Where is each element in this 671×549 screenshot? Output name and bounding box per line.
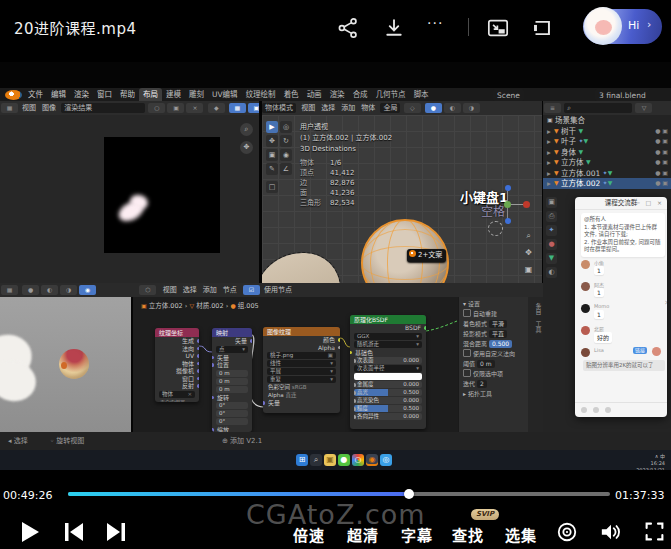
pip-button[interactable] xyxy=(487,17,509,39)
image-name-field[interactable]: 渲染结果 xyxy=(61,103,145,113)
fullscreen-button[interactable] xyxy=(644,521,665,542)
tool-scale[interactable]: ▣ xyxy=(266,149,278,161)
image-picker[interactable]: 桃子.png▣ xyxy=(267,352,336,359)
tool-cursor[interactable]: ◎ xyxy=(280,121,292,133)
pan-gizmo-icon[interactable]: ✥ xyxy=(240,141,253,154)
eye-icon[interactable]: ● ▣ xyxy=(655,168,668,179)
menu-edit[interactable]: 编辑 xyxy=(47,88,70,101)
workspace-tab-render[interactable]: 渲染 xyxy=(326,88,349,101)
attach-icon[interactable] xyxy=(593,407,599,413)
tool-move[interactable]: ✥ xyxy=(266,135,278,147)
taskbar-search-icon[interactable]: ⌕ xyxy=(310,454,322,466)
episodes-button[interactable]: 选集 xyxy=(505,524,537,545)
tool-add-cube[interactable]: □ xyxy=(266,181,278,193)
subtitles-button[interactable]: 字幕 xyxy=(401,524,433,545)
workspace-tab-texpaint[interactable]: 纹理绘制 xyxy=(242,88,280,101)
workspace-tab-script[interactable]: 脚本 xyxy=(410,88,433,101)
viewport-zoom-icon[interactable]: ⌕ xyxy=(522,229,535,242)
eye-icon[interactable]: ● ▣ xyxy=(655,157,668,168)
display-toggle-icon[interactable]: ▣ xyxy=(248,103,259,113)
share-button[interactable] xyxy=(337,17,359,39)
outliner-item[interactable]: ▸▼ 立方体 ▼● ▣ xyxy=(543,157,671,168)
new-image-icon[interactable]: ○ xyxy=(148,103,165,113)
chat-input-bar[interactable] xyxy=(575,402,667,417)
workspace-tab-uv[interactable]: UV编辑 xyxy=(208,88,242,101)
wechat-icon[interactable]: ● xyxy=(338,454,350,466)
more-button[interactable]: ··· xyxy=(427,15,449,37)
node-menu-select[interactable]: 选择 xyxy=(180,286,200,294)
outliner-search-input[interactable]: ⌕ xyxy=(564,103,632,113)
tab-render-icon[interactable]: ▣ xyxy=(546,197,557,208)
shading-sphere2-icon[interactable]: ◐ xyxy=(41,285,58,295)
tab-tool[interactable]: 工具 xyxy=(528,321,543,333)
overlays-icon[interactable]: ◑ xyxy=(463,103,480,113)
tool-transform[interactable]: ◉ xyxy=(280,149,292,161)
chat-collapse-arrow[interactable]: › xyxy=(664,297,667,307)
next-button[interactable] xyxy=(104,520,128,544)
interpolation-dropdown[interactable]: 线性▾ xyxy=(267,360,336,367)
tool-annotate[interactable]: ✎ xyxy=(266,163,278,175)
mini-window-button[interactable] xyxy=(530,17,552,39)
subsurface-method-dropdown[interactable]: 随机游走▾ xyxy=(354,341,422,348)
system-tray[interactable]: ∧ 中 16:24 2023/11/21 xyxy=(636,453,665,470)
projection-dropdown[interactable]: 平展▾ xyxy=(267,368,336,375)
tool-rotate[interactable]: ↻ xyxy=(280,135,292,147)
node-menu-add[interactable]: 添加 xyxy=(200,286,220,294)
find-button[interactable]: 查找 xyxy=(452,524,484,545)
progress-thumb[interactable] xyxy=(404,489,414,499)
screenshot-icon[interactable] xyxy=(605,407,611,413)
tab-item[interactable]: 条目 xyxy=(528,303,543,315)
shader-editor-icon[interactable]: ⬡ xyxy=(139,285,156,295)
object-picker[interactable]: 物体× xyxy=(159,391,195,398)
quality-button[interactable]: 超清 xyxy=(347,524,379,545)
node-menu-view[interactable]: 视图 xyxy=(160,286,180,294)
tab-data-icon[interactable]: ▼ xyxy=(546,253,557,264)
mesh-blob-object[interactable] xyxy=(262,253,340,283)
viewport-menu-select[interactable]: 选择 xyxy=(318,104,338,112)
pin-icon[interactable]: ◆ xyxy=(208,103,225,113)
shading-solid-icon[interactable]: ● xyxy=(425,103,442,113)
workspace-tab-comp[interactable]: 合成 xyxy=(349,88,372,101)
node-menu-node[interactable]: 节点 xyxy=(220,286,240,294)
shading-rendered-icon[interactable]: ◉ xyxy=(79,285,96,295)
use-nodes-checkbox[interactable]: ☑ xyxy=(243,285,260,295)
menu-window[interactable]: 窗口 xyxy=(93,88,116,101)
outliner-item[interactable]: ▸▼ 立方体.001 ✦▼● ▣ xyxy=(543,168,671,179)
zoom-gizmo-icon[interactable]: ⌕ xyxy=(240,123,253,136)
play-button[interactable] xyxy=(18,520,42,544)
viewport-menu-add[interactable]: 添加 xyxy=(338,104,358,112)
profile-button[interactable]: Hi › xyxy=(583,9,662,44)
menu-file[interactable]: 文件 xyxy=(24,88,47,101)
node-mapping[interactable]: 映射 矢量 点▾ 矢量 位置 0 m 0 m 0 m 旋转 0° 0° 0° 缩… xyxy=(212,328,252,432)
outliner-item-selected[interactable]: ▸▼ 立方体.002 ✦▼● ▣ xyxy=(543,178,671,189)
shading-sphere3-icon[interactable]: ◑ xyxy=(60,285,77,295)
viewport-menu-view[interactable]: 视图 xyxy=(298,104,318,112)
menu-help[interactable]: 帮助 xyxy=(116,88,139,101)
scene-selector[interactable]: Scene xyxy=(493,89,524,101)
link-badge[interactable]: 链接 xyxy=(633,347,647,354)
subsurface-color-swatch[interactable] xyxy=(354,373,422,380)
chat-window[interactable]: 课程交流群 ─ □ × @所有人 1. 本节课素材与课件已上传群文件, 请自行下… xyxy=(575,197,667,417)
node-principled-bsdf[interactable]: 原理化BSDF BSDF GGX▾ 随机游走▾ 基础色 次表面0.000 次表面… xyxy=(350,315,426,429)
unlink-icon[interactable]: × xyxy=(186,103,203,113)
viewport-canvas[interactable]: ▶ ◎ ✥ ↻ ▣ ◉ ✎ ∠ □ 用户透视 (1) 立方体.002 | 立方体… xyxy=(262,115,542,283)
emoji-icon[interactable] xyxy=(581,407,587,413)
menu-render[interactable]: 渲染 xyxy=(70,88,93,101)
viewport-menu-object[interactable]: 物体 xyxy=(358,104,378,112)
outliner-type-icon[interactable]: ≡ xyxy=(544,103,561,113)
filter-icon[interactable]: ▽ xyxy=(635,103,652,113)
distribution-dropdown[interactable]: GGX▾ xyxy=(354,333,422,340)
viewport-pan-icon[interactable]: ✥ xyxy=(522,246,535,259)
tab-output-icon[interactable]: ⎙ xyxy=(546,211,557,222)
video-frame[interactable]: 文件编辑渲染窗口帮助布局建模雕刻UV编辑纹理绘制着色动画渲染合成几何节点脚本 S… xyxy=(0,62,671,470)
file-explorer-icon[interactable]: ▣ xyxy=(324,454,336,466)
previous-button[interactable] xyxy=(62,520,86,544)
speed-button[interactable]: 倍速 xyxy=(293,524,325,545)
node-image-texture[interactable]: 图像纹理 颜色 Alpha 桃子.png▣ 线性▾ 平展▾ 重复▾ 色彩空间 s… xyxy=(263,327,340,413)
workspace-tab-layout[interactable]: 布局 xyxy=(139,88,162,101)
tab-scene-icon[interactable]: ◐ xyxy=(546,267,557,278)
volume-button[interactable] xyxy=(600,521,622,543)
outliner-item[interactable]: ▸▼ 叶子 ✦▼● ▣ xyxy=(543,136,671,147)
eye-icon[interactable]: ● ▣ xyxy=(655,178,668,189)
settings-header[interactable]: ▾ 设置 xyxy=(459,299,529,309)
